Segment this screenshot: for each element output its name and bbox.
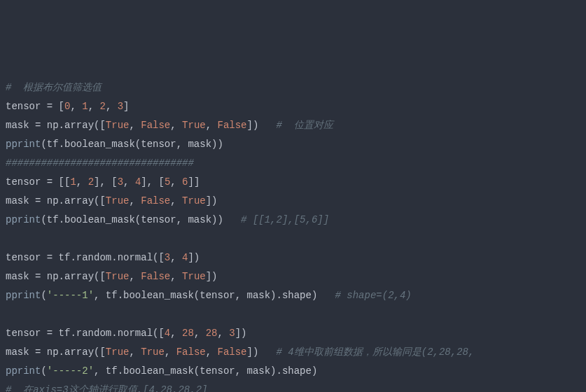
bool: True bbox=[106, 346, 130, 358]
punct: , bbox=[106, 101, 118, 112]
identifier: tensor bbox=[6, 328, 47, 339]
code-line: tensor = tf.random.normal([3, 4]) bbox=[6, 252, 200, 263]
bool: False bbox=[218, 346, 247, 358]
code-line: mask = np.array([True, False, True]) bbox=[6, 195, 218, 206]
code-line: pprint('-----1', tf.boolean_mask(tensor,… bbox=[6, 290, 412, 301]
punct: , bbox=[170, 252, 182, 263]
number: 4 bbox=[165, 328, 170, 339]
func-call: pprint bbox=[6, 139, 41, 150]
punct: = np.array([ bbox=[35, 120, 106, 131]
identifier: mask bbox=[6, 271, 35, 282]
identifier: tensor bbox=[6, 101, 47, 112]
punct: = np.array([ bbox=[35, 195, 106, 206]
bool: True bbox=[182, 271, 206, 282]
bool: False bbox=[141, 271, 170, 282]
punct: , bbox=[170, 176, 182, 188]
punct: , bbox=[194, 328, 206, 339]
comment: # shape=(2,4) bbox=[335, 290, 412, 301]
bool: True bbox=[182, 120, 206, 131]
punct: , bbox=[129, 346, 141, 358]
identifier: mask bbox=[6, 195, 35, 206]
punct: ( bbox=[41, 365, 46, 377]
number: 6 bbox=[182, 176, 188, 188]
punct: , bbox=[129, 120, 141, 131]
number: 2 bbox=[88, 176, 94, 188]
code-line: mask = np.array([True, True, False, Fals… bbox=[6, 346, 474, 358]
number: 28 bbox=[182, 328, 194, 339]
punct: , bbox=[129, 195, 141, 206]
punct: ( bbox=[41, 290, 46, 301]
punct: = [[ bbox=[47, 176, 71, 188]
punct: = np.array([ bbox=[35, 271, 106, 282]
code-line: pprint('-----2', tf.boolean_mask(tensor,… bbox=[6, 365, 317, 377]
comment: ################################ bbox=[6, 158, 194, 169]
number: 3 bbox=[165, 252, 170, 263]
bool: False bbox=[141, 120, 170, 131]
punct: , bbox=[170, 328, 182, 339]
string: '-----2' bbox=[47, 365, 94, 377]
code-line: tensor = [0, 1, 2, 3] bbox=[6, 101, 130, 112]
comment: # 在axis=3这个轴进行取值,[4,28,28,2] bbox=[6, 384, 207, 392]
code-line: mask = np.array([True, False, True, Fals… bbox=[6, 120, 333, 131]
bool: True bbox=[106, 195, 130, 206]
punct: ]) bbox=[206, 271, 218, 282]
code-line: # 在axis=3这个轴进行取值,[4,28,28,2] bbox=[6, 384, 207, 392]
bool: True bbox=[106, 271, 130, 282]
punct: ]) bbox=[247, 346, 277, 358]
punct: = tf.random.normal([ bbox=[47, 252, 165, 263]
bool: False bbox=[141, 195, 170, 206]
punct: , bbox=[206, 346, 218, 358]
code-line: # 根据布尔值筛选值 bbox=[6, 82, 102, 93]
comment: # 根据布尔值筛选值 bbox=[6, 82, 102, 93]
punct: ]] bbox=[188, 176, 200, 188]
code-line: tensor = tf.random.normal([4, 28, 28, 3]… bbox=[6, 328, 247, 339]
number: 2 bbox=[99, 101, 105, 112]
code-line: pprint(tf.boolean_mask(tensor, mask)) bbox=[6, 139, 223, 150]
comment: # 位置对应 bbox=[277, 120, 333, 131]
punct: = [ bbox=[47, 101, 64, 112]
code: , tf.boolean_mask(tensor, mask).shape) bbox=[94, 365, 317, 377]
identifier: mask bbox=[6, 120, 35, 131]
code: (tf.boolean_mask(tensor, mask)) bbox=[41, 139, 223, 150]
punct: , bbox=[170, 195, 182, 206]
number: 3 bbox=[229, 328, 235, 339]
func-call: pprint bbox=[6, 214, 41, 225]
punct: , bbox=[206, 120, 218, 131]
punct: ]) bbox=[188, 252, 200, 263]
number: 28 bbox=[206, 328, 218, 339]
string: '-----1' bbox=[47, 290, 94, 301]
punct: ] bbox=[123, 101, 129, 112]
code: , tf.boolean_mask(tensor, mask).shape) bbox=[94, 290, 335, 301]
bool: True bbox=[106, 120, 130, 131]
code-editor[interactable]: # 根据布尔值筛选值 tensor = [0, 1, 2, 3] mask = … bbox=[0, 76, 586, 392]
punct: ], [ bbox=[141, 176, 165, 188]
punct: ]) bbox=[206, 195, 218, 206]
bool: False bbox=[218, 120, 247, 131]
bool: True bbox=[141, 346, 165, 358]
identifier: mask bbox=[6, 346, 35, 358]
bool: False bbox=[176, 346, 206, 358]
punct: , bbox=[129, 271, 141, 282]
punct: = tf.random.normal([ bbox=[47, 328, 165, 339]
code: (tf.boolean_mask(tensor, mask)) bbox=[41, 214, 241, 225]
punct: , bbox=[170, 120, 182, 131]
func-call: pprint bbox=[6, 365, 41, 377]
code-line: tensor = [[1, 2], [3, 4], [5, 6]] bbox=[6, 176, 200, 188]
punct: = np.array([ bbox=[35, 346, 106, 358]
punct: , bbox=[165, 346, 176, 358]
code-line: pprint(tf.boolean_mask(tensor, mask)) # … bbox=[6, 214, 329, 225]
punct: , bbox=[170, 271, 182, 282]
number: 3 bbox=[118, 176, 123, 188]
punct: ]) bbox=[247, 120, 277, 131]
identifier: tensor bbox=[6, 252, 47, 263]
comment: # [[1,2],[5,6]] bbox=[241, 214, 329, 225]
punct: , bbox=[70, 101, 82, 112]
code-line: mask = np.array([True, False, True]) bbox=[6, 271, 218, 282]
bool: True bbox=[182, 195, 206, 206]
number: 3 bbox=[118, 101, 123, 112]
code-line: ################################ bbox=[6, 158, 194, 169]
punct: , bbox=[123, 176, 135, 188]
punct: ], [ bbox=[94, 176, 118, 188]
punct: , bbox=[218, 328, 230, 339]
comment: # 4维中取前组数据，所以输同是(2,28,28, bbox=[277, 346, 475, 358]
